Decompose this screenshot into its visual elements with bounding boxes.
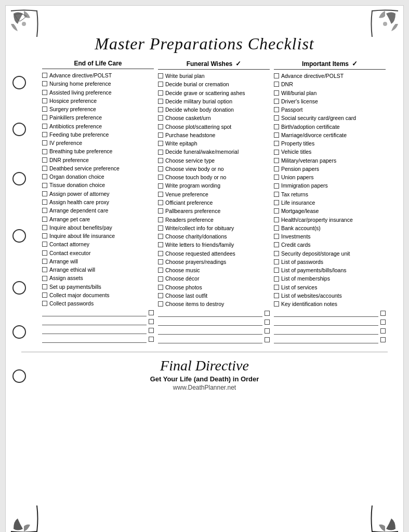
checkbox[interactable] [274, 150, 279, 155]
checkbox[interactable] [42, 107, 47, 112]
checkbox[interactable] [158, 268, 163, 273]
checkbox[interactable] [274, 166, 279, 171]
checkbox[interactable] [158, 293, 163, 298]
checkbox[interactable] [274, 175, 279, 180]
checkbox[interactable] [274, 141, 279, 146]
checkbox[interactable] [42, 124, 47, 129]
checkbox[interactable] [274, 183, 279, 189]
checkbox[interactable] [158, 217, 163, 222]
checkbox[interactable] [42, 191, 47, 196]
checkbox[interactable] [42, 115, 47, 120]
checkbox[interactable] [158, 183, 163, 189]
checkbox[interactable] [274, 158, 279, 163]
checkbox[interactable] [274, 276, 279, 282]
checkbox[interactable] [274, 107, 279, 112]
checkbox[interactable] [158, 132, 163, 138]
blank-checkbox[interactable] [149, 337, 154, 342]
checkbox[interactable] [42, 276, 47, 281]
corner-decoration-br [370, 503, 401, 532]
checkbox[interactable] [274, 259, 279, 264]
checkbox[interactable] [158, 158, 163, 163]
blank-checkbox[interactable] [380, 337, 386, 342]
checkbox[interactable] [274, 82, 279, 87]
checkbox[interactable] [42, 301, 47, 306]
blank-checkbox[interactable] [380, 328, 386, 334]
checkbox[interactable] [42, 225, 47, 230]
checkbox[interactable] [158, 141, 163, 146]
item-label: Breathing tube preference [49, 147, 154, 155]
checkbox[interactable] [158, 259, 163, 264]
list-item: Decide military burial option [158, 97, 270, 105]
checkbox[interactable] [158, 166, 163, 171]
checkbox[interactable] [158, 242, 163, 247]
checkbox[interactable] [158, 175, 163, 180]
checkbox[interactable] [42, 233, 47, 238]
checkbox[interactable] [42, 242, 47, 247]
checkbox[interactable] [42, 166, 47, 171]
checkbox[interactable] [274, 124, 279, 129]
blank-checkbox[interactable] [265, 311, 270, 316]
checkbox[interactable] [158, 107, 163, 112]
blank-checkbox[interactable] [265, 320, 270, 325]
col-header-1: Funeral Wishes✓ [158, 60, 270, 70]
checkbox[interactable] [274, 293, 279, 298]
checkbox[interactable] [274, 200, 279, 205]
checkbox[interactable] [158, 124, 163, 129]
checkbox[interactable] [274, 251, 279, 256]
checkbox[interactable] [274, 192, 279, 197]
checkbox[interactable] [274, 90, 279, 96]
checkbox[interactable] [158, 200, 163, 205]
blank-checkbox[interactable] [380, 311, 386, 316]
checkbox[interactable] [274, 115, 279, 121]
checkbox[interactable] [42, 267, 47, 272]
checkbox[interactable] [274, 99, 279, 104]
checkbox[interactable] [158, 150, 163, 155]
checkbox[interactable] [274, 217, 279, 222]
checkbox[interactable] [158, 115, 163, 121]
checkbox[interactable] [42, 250, 47, 256]
checkbox[interactable] [42, 292, 47, 298]
blank-checkbox[interactable] [149, 310, 154, 315]
checkbox[interactable] [42, 73, 47, 78]
checkbox[interactable] [158, 192, 163, 197]
checkbox[interactable] [158, 225, 163, 231]
checkbox[interactable] [42, 81, 47, 86]
checkbox[interactable] [42, 183, 47, 188]
checkbox[interactable] [274, 234, 279, 239]
blank-checkbox[interactable] [265, 337, 270, 342]
checkbox[interactable] [42, 217, 47, 222]
checkbox[interactable] [42, 98, 47, 103]
blank-checkbox[interactable] [149, 328, 154, 333]
checkbox[interactable] [42, 90, 47, 95]
checkbox[interactable] [274, 301, 279, 307]
checkbox[interactable] [274, 225, 279, 231]
checkbox[interactable] [158, 82, 163, 87]
checkbox[interactable] [158, 99, 163, 104]
checkbox[interactable] [274, 285, 279, 290]
blank-checkbox[interactable] [380, 320, 386, 325]
checkbox[interactable] [42, 140, 47, 145]
checkbox[interactable] [42, 208, 47, 213]
checkbox[interactable] [158, 285, 163, 290]
blank-checkbox[interactable] [149, 319, 154, 324]
checkbox[interactable] [158, 234, 163, 239]
checkbox[interactable] [274, 242, 279, 247]
checkbox[interactable] [42, 284, 47, 289]
checkbox[interactable] [158, 251, 163, 256]
checkbox[interactable] [158, 276, 163, 282]
checkbox[interactable] [42, 132, 47, 137]
checkbox[interactable] [158, 208, 163, 214]
checkbox[interactable] [158, 90, 163, 96]
checkbox[interactable] [274, 268, 279, 273]
checkbox[interactable] [42, 200, 47, 205]
checkbox[interactable] [158, 301, 163, 307]
checkbox[interactable] [274, 208, 279, 214]
checkbox[interactable] [274, 73, 279, 78]
checkbox[interactable] [274, 132, 279, 138]
checkbox[interactable] [42, 174, 47, 179]
blank-checkbox[interactable] [265, 328, 270, 334]
checkbox[interactable] [158, 73, 163, 78]
checkbox[interactable] [42, 259, 47, 264]
checkbox[interactable] [42, 149, 47, 154]
checkbox[interactable] [42, 157, 47, 163]
